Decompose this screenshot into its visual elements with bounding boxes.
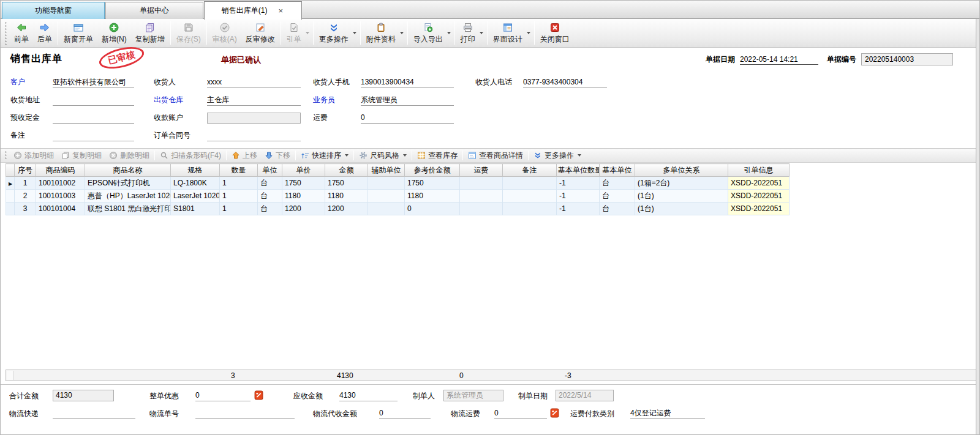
cell-unit[interactable]: 台	[258, 203, 282, 215]
cell-spec[interactable]: S1801	[171, 203, 220, 215]
view-stock-button[interactable]: 查看库存	[413, 151, 461, 161]
tab-doc-center[interactable]: 单据中心	[105, 2, 203, 19]
detail-toolbar-drag-handle[interactable]	[4, 151, 7, 160]
cell-price[interactable]: 1200	[282, 203, 325, 215]
logistics-freight-field[interactable]: 0	[494, 408, 547, 419]
cell-base-qty[interactable]: -1	[557, 177, 600, 190]
new-window-button[interactable]: 新窗开单	[59, 21, 97, 46]
cell-qty[interactable]: 1	[220, 190, 258, 203]
contract-field[interactable]	[207, 130, 301, 141]
col-header-unit[interactable]: 单位	[258, 164, 282, 177]
col-header-price[interactable]: 单价	[282, 164, 325, 177]
view-product-detail-button[interactable]: 查看商品详情	[464, 151, 527, 161]
cell-ref-info[interactable]: XSDD-2022051	[728, 203, 790, 215]
phone-field[interactable]: 0377-9343400304	[523, 77, 607, 88]
print-button[interactable]: 打印	[456, 21, 480, 46]
copy-detail-button[interactable]: 复制明细	[58, 151, 105, 161]
cell-base-unit[interactable]: 台	[600, 190, 635, 203]
cell-multi-unit[interactable]: (1台)	[635, 190, 728, 203]
cell-base-unit[interactable]: 台	[600, 177, 635, 190]
cell-amount[interactable]: 1180	[325, 190, 368, 203]
tracking-no-field[interactable]	[195, 408, 295, 419]
col-header-spec[interactable]: 规格	[171, 164, 220, 177]
cell-qty[interactable]: 1	[220, 177, 258, 190]
freight-field[interactable]: 0	[361, 113, 454, 124]
consignee-field[interactable]: xxxx	[207, 77, 301, 88]
cell-spec[interactable]: LQ-1800K	[171, 177, 220, 190]
cell-remark[interactable]	[503, 190, 557, 203]
prev-doc-button[interactable]: 前单	[10, 21, 33, 46]
toolbar-drag-handle[interactable]	[4, 21, 7, 45]
cell-multi-unit[interactable]: (1箱=2台)	[635, 177, 728, 190]
freight-pay-type-field[interactable]: 4仅登记运费	[630, 408, 705, 419]
cell-unit[interactable]: 台	[258, 177, 282, 190]
attachment-button[interactable]: 附件资料	[362, 21, 400, 46]
size-style-button[interactable]: 尺码风格	[355, 151, 410, 161]
cell-product-name[interactable]: 联想 S1801 黑白激光打印	[85, 203, 171, 215]
cell-unit[interactable]: 台	[258, 190, 282, 203]
col-header-multi-unit[interactable]: 多单位关系	[635, 164, 728, 177]
cell-aux-unit[interactable]	[368, 177, 405, 190]
tab-sales-outbound[interactable]: 销售出库单(1) ×	[204, 1, 302, 20]
cell-product-code[interactable]: 100101003	[36, 190, 85, 203]
cell-base-unit[interactable]: 台	[600, 203, 635, 215]
col-header-qty[interactable]: 数量	[220, 164, 258, 177]
add-new-button[interactable]: 新增(N)	[97, 21, 131, 46]
cell-ref-info[interactable]: XSDD-2022051	[728, 190, 790, 203]
cell-base-qty[interactable]: -1	[557, 203, 600, 215]
cod-amount-field[interactable]: 0	[379, 408, 431, 419]
col-header-ref-amount[interactable]: 参考价金额	[405, 164, 460, 177]
move-down-button[interactable]: 下移	[261, 151, 294, 161]
receivable-field[interactable]: 4130	[339, 390, 398, 401]
cell-seq[interactable]: 2	[15, 190, 36, 203]
doc-date-field[interactable]: 2022-05-14 14:21	[740, 54, 818, 65]
copy-add-button[interactable]: 复制新增	[131, 21, 169, 46]
more-actions-button[interactable]: 更多操作	[315, 21, 353, 46]
detail-more-actions-button[interactable]: 更多操作	[530, 151, 585, 161]
customer-field[interactable]: 亚拓软件科技有限公司	[53, 77, 134, 88]
close-window-button[interactable]: 关闭窗口	[536, 21, 574, 46]
address-field[interactable]	[53, 95, 134, 106]
express-field[interactable]	[53, 408, 135, 419]
cell-freight[interactable]	[460, 190, 503, 203]
cell-product-code[interactable]: 100101002	[36, 177, 85, 190]
col-header-freight[interactable]: 运费	[460, 164, 503, 177]
dropdown-caret-icon[interactable]	[306, 32, 309, 34]
cell-ref-amount[interactable]: 1750	[405, 177, 460, 190]
cell-freight[interactable]	[460, 203, 503, 215]
quick-sort-button[interactable]: 快速排序	[297, 151, 352, 161]
cell-seq[interactable]: 3	[15, 203, 36, 215]
col-header-base-unit[interactable]: 基本单位	[600, 164, 635, 177]
audit-button[interactable]: 审核(A)	[208, 21, 241, 46]
deposit-field[interactable]	[53, 113, 134, 124]
cell-price[interactable]: 1180	[282, 190, 325, 203]
cell-amount[interactable]: 1750	[325, 177, 368, 190]
cell-multi-unit[interactable]: (1台)	[635, 203, 728, 215]
delete-detail-button[interactable]: 删除明细	[105, 151, 153, 161]
calculator-icon[interactable]	[254, 390, 263, 400]
cell-product-name[interactable]: 惠普（HP）LaserJet 1020	[85, 190, 171, 203]
dropdown-caret-icon[interactable]	[400, 32, 404, 34]
cell-seq[interactable]: 1	[15, 177, 36, 190]
cell-spec[interactable]: LaserJet 1020	[171, 190, 220, 203]
import-export-button[interactable]: 导入导出	[409, 21, 447, 46]
cell-price[interactable]: 1750	[282, 177, 325, 190]
salesman-field[interactable]: 系统管理员	[361, 95, 454, 106]
cell-aux-unit[interactable]	[368, 190, 405, 203]
cell-amount[interactable]: 1200	[325, 203, 368, 215]
dropdown-caret-icon[interactable]	[480, 32, 483, 34]
dropdown-caret-icon[interactable]	[353, 32, 356, 34]
move-up-button[interactable]: 上移	[228, 151, 261, 161]
cell-freight[interactable]	[460, 177, 503, 190]
col-header-product-code[interactable]: 商品编码	[36, 164, 85, 177]
discount-field[interactable]: 0	[195, 390, 251, 401]
cell-product-code[interactable]: 100101004	[36, 203, 85, 215]
cell-ref-amount[interactable]: 0	[405, 203, 460, 215]
col-header-remark[interactable]: 备注	[503, 164, 557, 177]
cell-remark[interactable]	[503, 177, 557, 190]
tab-function-nav[interactable]: 功能导航窗	[2, 2, 105, 19]
cell-ref-amount[interactable]: 1180	[405, 190, 460, 203]
cell-ref-info[interactable]: XSDD-2022051	[728, 177, 790, 190]
dropdown-caret-icon[interactable]	[527, 32, 530, 34]
pull-doc-button[interactable]: 引单	[282, 21, 306, 46]
